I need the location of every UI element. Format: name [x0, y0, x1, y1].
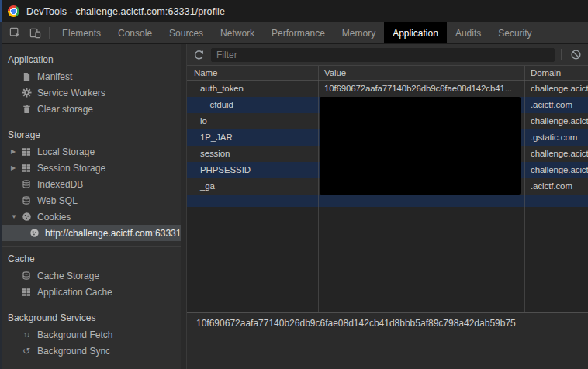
- tab-sources[interactable]: Sources: [161, 22, 212, 43]
- sidebar-item-background-sync[interactable]: ↺ Background Sync: [0, 343, 181, 359]
- device-toolbar-icon[interactable]: [25, 22, 45, 43]
- title-bar: DevTools - challenge.acictf.com:63331/pr…: [0, 0, 588, 22]
- sidebar-item-indexeddb[interactable]: IndexedDB: [0, 176, 181, 192]
- sidebar-item-service-workers[interactable]: Service Workers: [0, 84, 181, 101]
- column-header-domain[interactable]: Domain: [524, 66, 588, 80]
- cookie-icon: [28, 228, 40, 239]
- sidebar-item-background-fetch[interactable]: ↑↓ Background Fetch: [0, 326, 181, 343]
- cookie-value-preview: 10f690672aafa77140b26db9c6fae08d142cb41d…: [187, 312, 588, 369]
- cookies-panel: Name Value Domain auth_token 10f690672aa…: [187, 44, 588, 369]
- window-edge: [0, 22, 2, 369]
- devtools-window: DevTools - challenge.acictf.com:63331/pr…: [0, 0, 588, 369]
- cookie-icon: [20, 212, 33, 222]
- database-icon: [20, 195, 33, 206]
- section-header-background-services: Background Services: [0, 309, 181, 326]
- tab-audits[interactable]: Audits: [447, 22, 489, 43]
- table-icon: [20, 163, 33, 174]
- refresh-icon[interactable]: [189, 49, 208, 60]
- column-header-name[interactable]: Name: [187, 66, 318, 80]
- tab-performance[interactable]: Performance: [263, 22, 334, 43]
- sync-icon: ↺: [20, 346, 33, 357]
- cookie-row-empty[interactable]: [187, 195, 588, 207]
- document-icon: [20, 71, 33, 82]
- sidebar-divider: [0, 305, 181, 305]
- tab-security[interactable]: Security: [489, 22, 540, 43]
- gear-icon: [20, 88, 33, 98]
- sidebar-item-session-storage[interactable]: ▶ Session Storage: [0, 160, 181, 176]
- application-sidebar: Application Manifest: [0, 44, 181, 369]
- cookie-table-header: Name Value Domain: [187, 66, 588, 81]
- section-header-storage: Storage: [0, 126, 181, 143]
- trash-icon: [20, 104, 33, 115]
- column-divider[interactable]: [318, 66, 319, 312]
- chrome-logo-icon: [8, 5, 19, 17]
- tab-elements[interactable]: Elements: [54, 22, 109, 43]
- expand-arrow-icon[interactable]: ▶: [11, 164, 20, 171]
- filter-input[interactable]: [211, 48, 555, 62]
- window-accent-edge: [0, 0, 2, 22]
- section-header-application: Application: [0, 51, 181, 68]
- sidebar-item-clear-storage[interactable]: Clear storage: [0, 101, 181, 117]
- cookie-table: Name Value Domain auth_token 10f690672aa…: [187, 66, 588, 312]
- sidebar-divider: [0, 246, 181, 247]
- table-icon: [20, 287, 33, 298]
- sidebar-item-web-sql[interactable]: Web SQL: [0, 192, 181, 209]
- section-header-cache: Cache: [0, 250, 181, 267]
- inspect-element-icon[interactable]: [5, 22, 25, 43]
- preview-value-text: 10f690672aafa77140b26db9c6fae08d142cb41d…: [196, 318, 516, 329]
- sidebar-scrollbar[interactable]: [181, 44, 187, 369]
- toolbar-separator: [49, 27, 50, 39]
- sidebar-item-manifest[interactable]: Manifest: [0, 68, 181, 84]
- toolbar-separator: [561, 49, 562, 60]
- tab-application[interactable]: Application: [384, 22, 447, 43]
- tab-network[interactable]: Network: [212, 22, 263, 43]
- sidebar-item-application-cache[interactable]: Application Cache: [0, 284, 181, 300]
- window-title: DevTools - challenge.acictf.com:63331/pr…: [26, 6, 225, 17]
- collapse-arrow-icon[interactable]: ▼: [11, 213, 20, 220]
- column-divider[interactable]: [524, 66, 525, 312]
- cookies-toolbar: [187, 44, 588, 66]
- sidebar-item-cookie-origin[interactable]: http://challenge.acictf.com:63331: [0, 225, 181, 241]
- cookie-row-auth-token[interactable]: auth_token 10f690672aafa77140b26db9c6fae…: [187, 81, 588, 97]
- expand-arrow-icon[interactable]: ▶: [11, 148, 20, 155]
- sidebar-item-cookies[interactable]: ▼ Cookies: [0, 209, 181, 225]
- devtools-tab-bar: Elements Console Sources Network Perform…: [0, 22, 588, 44]
- database-icon: [20, 271, 33, 281]
- sidebar-item-local-storage[interactable]: ▶ Local Storage: [0, 143, 181, 160]
- sidebar-divider: [0, 122, 181, 122]
- clear-all-cookies-icon[interactable]: [566, 49, 585, 60]
- database-icon: [20, 179, 33, 190]
- tab-memory[interactable]: Memory: [334, 22, 384, 43]
- up-down-arrows-icon: ↑↓: [20, 329, 33, 340]
- tab-console[interactable]: Console: [109, 22, 161, 43]
- column-header-value[interactable]: Value: [318, 66, 524, 80]
- redaction-overlay: [320, 97, 521, 195]
- sidebar-item-cache-storage[interactable]: Cache Storage: [0, 267, 181, 284]
- table-icon: [20, 147, 33, 157]
